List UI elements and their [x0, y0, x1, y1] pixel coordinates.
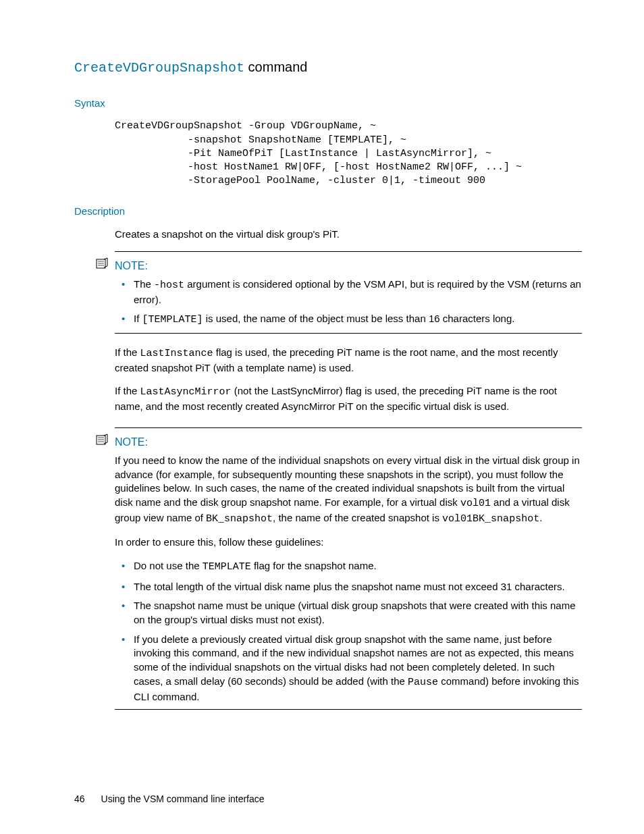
title-command: CreateVDGroupSnapshot [74, 60, 244, 76]
list-item: Do not use the TEMPLATE flag for the sna… [115, 559, 582, 575]
description-body: Creates a snapshot on the virtual disk g… [115, 228, 582, 242]
divider [115, 427, 582, 428]
list-item: If [TEMPLATE] is used, the name of the o… [115, 312, 582, 328]
list-item: The total length of the virtual disk nam… [115, 580, 582, 594]
list-item: The -host argument is considered optiona… [115, 278, 582, 307]
note-block-2: NOTE: If you need to know the name of th… [115, 427, 582, 710]
page-number: 46 [74, 793, 85, 804]
description-heading: Description [74, 205, 582, 219]
divider [115, 333, 582, 334]
note-icon [96, 434, 108, 446]
divider [115, 709, 582, 710]
svg-rect-0 [97, 259, 105, 268]
guidelines-lead: In order to ensure this, follow these gu… [115, 536, 582, 550]
note-intro: If you need to know the name of the indi… [115, 454, 582, 526]
guidelines-list: Do not use the TEMPLATE flag for the sna… [115, 559, 582, 704]
divider [115, 251, 582, 252]
list-item: The snapshot name must be unique (virtua… [115, 599, 582, 627]
title-suffix: command [244, 59, 307, 74]
note-heading: NOTE: [115, 259, 582, 273]
syntax-codeblock: CreateVDGroupSnapshot -Group VDGroupName… [115, 120, 582, 188]
list-item: If you delete a previously created virtu… [115, 633, 582, 704]
svg-rect-1 [97, 436, 105, 444]
chapter-title: Using the VSM command line interface [101, 793, 265, 804]
syntax-heading: Syntax [74, 97, 582, 111]
page-footer: 46Using the VSM command line interface [74, 793, 265, 806]
note-heading: NOTE: [115, 435, 582, 450]
note-list: The -host argument is considered optiona… [115, 278, 582, 328]
body-paragraph: If the LastInstance flag is used, the pr… [115, 346, 582, 375]
note-block-1: NOTE: The -host argument is considered o… [115, 251, 582, 334]
body-paragraph: If the LastAsyncMirror (not the LastSync… [115, 384, 582, 413]
page-title: CreateVDGroupSnapshot command [74, 58, 582, 78]
note-icon [96, 257, 108, 269]
